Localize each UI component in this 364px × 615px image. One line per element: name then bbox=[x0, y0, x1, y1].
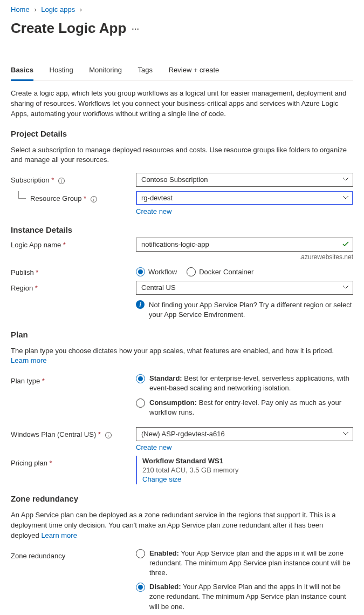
tab-basics[interactable]: Basics bbox=[11, 62, 33, 81]
change-size-link[interactable]: Change size bbox=[142, 475, 181, 483]
zone-heading: Zone redundancy bbox=[11, 494, 353, 503]
check-icon bbox=[342, 241, 349, 249]
instance-details-heading: Instance Details bbox=[11, 225, 353, 234]
pricing-plan-detail: 210 total ACU, 3.5 GB memory bbox=[142, 466, 353, 474]
publish-label: Publish * bbox=[11, 265, 136, 276]
info-icon[interactable]: i bbox=[105, 432, 112, 438]
chevron-down-icon bbox=[343, 286, 348, 289]
info-icon[interactable]: i bbox=[58, 178, 65, 184]
zone-redundancy-label: Zone redundancy bbox=[11, 549, 136, 560]
plan-type-label: Plan type * bbox=[11, 374, 136, 385]
logic-app-name-input[interactable]: notifications-logic-app bbox=[136, 238, 353, 252]
zone-disabled-radio[interactable]: Disabled: Your App Service Plan and the … bbox=[136, 582, 353, 612]
pricing-plan-card: Workflow Standard WS1 210 total ACU, 3.5… bbox=[136, 456, 353, 484]
chevron-right-icon: › bbox=[80, 5, 82, 13]
breadcrumb-logicapps[interactable]: Logic apps bbox=[41, 5, 75, 13]
resource-group-label: Resource Group * i bbox=[11, 191, 136, 202]
tab-review[interactable]: Review + create bbox=[169, 62, 219, 79]
plan-type-consumption-radio[interactable]: Consumption: Best for entry-level. Pay o… bbox=[136, 398, 353, 417]
windows-plan-select[interactable]: (New) ASP-rgdevtest-a616 bbox=[136, 427, 353, 441]
subscription-label: Subscription * i bbox=[11, 173, 136, 184]
plan-learn-more-link[interactable]: Learn more bbox=[11, 356, 46, 364]
info-icon: i bbox=[136, 300, 145, 309]
more-icon[interactable]: ⋯ bbox=[132, 25, 140, 33]
create-new-plan-link[interactable]: Create new bbox=[136, 443, 171, 451]
create-new-rg-link[interactable]: Create new bbox=[136, 207, 171, 215]
info-icon[interactable]: i bbox=[91, 196, 97, 202]
publish-workflow-radio[interactable]: Workflow bbox=[136, 267, 177, 276]
zone-enabled-radio[interactable]: Enabled: Your App Service plan and the a… bbox=[136, 549, 353, 578]
project-details-heading: Project Details bbox=[11, 129, 353, 138]
pricing-plan-name: Workflow Standard WS1 bbox=[142, 457, 353, 465]
chevron-right-icon: › bbox=[34, 5, 36, 13]
plan-heading: Plan bbox=[11, 330, 353, 339]
chevron-down-icon bbox=[343, 196, 348, 199]
resource-group-select[interactable]: rg-devtest bbox=[136, 191, 353, 205]
tab-monitoring[interactable]: Monitoring bbox=[89, 62, 122, 79]
project-details-desc: Select a subscription to manage deployed… bbox=[11, 145, 353, 166]
windows-plan-label: Windows Plan (Central US) * i bbox=[11, 427, 136, 438]
plan-desc: The plan type you choose dictates how yo… bbox=[11, 346, 353, 367]
chevron-down-icon bbox=[343, 178, 348, 181]
tab-hosting[interactable]: Hosting bbox=[50, 62, 73, 79]
pricing-plan-label: Pricing plan * bbox=[11, 456, 136, 467]
intro-text: Create a logic app, which lets you group… bbox=[11, 89, 353, 119]
zone-learn-more-link[interactable]: Learn more bbox=[41, 531, 77, 539]
publish-docker-radio[interactable]: Docker Container bbox=[187, 267, 253, 276]
domain-suffix: .azurewebsites.net bbox=[136, 253, 353, 261]
logic-app-name-label: Logic App name * bbox=[11, 238, 136, 249]
chevron-down-icon bbox=[343, 432, 348, 435]
tabs: Basics Hosting Monitoring Tags Review + … bbox=[11, 62, 353, 81]
zone-desc: An App Service plan can be deployed as a… bbox=[11, 510, 353, 541]
subscription-select[interactable]: Contoso Subscription bbox=[136, 173, 353, 187]
region-info: i Not finding your App Service Plan? Try… bbox=[136, 300, 353, 320]
breadcrumb-home[interactable]: Home bbox=[11, 5, 30, 13]
region-label: Region * bbox=[11, 281, 136, 292]
plan-type-standard-radio[interactable]: Standard: Best for enterprise-level, ser… bbox=[136, 374, 353, 393]
tab-tags[interactable]: Tags bbox=[138, 62, 153, 79]
breadcrumb: Home › Logic apps › bbox=[11, 5, 353, 13]
region-select[interactable]: Central US bbox=[136, 281, 353, 295]
page-title: Create Logic App⋯ bbox=[11, 20, 140, 37]
